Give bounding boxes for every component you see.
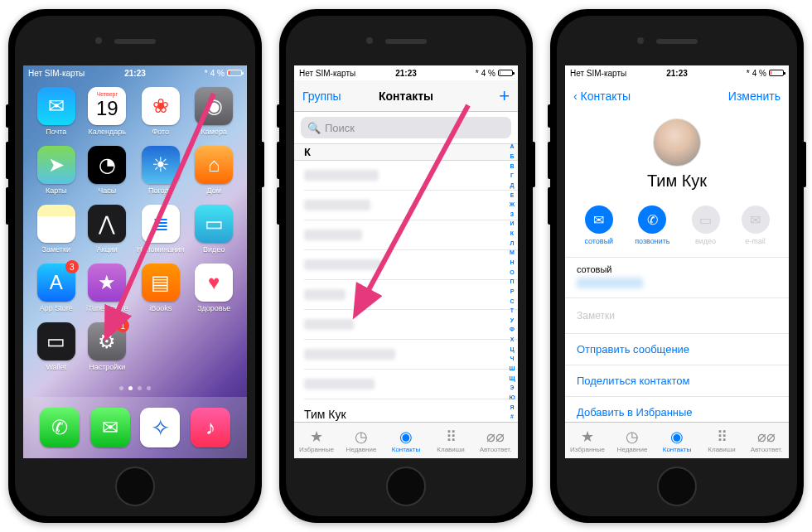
tab-keypad[interactable]: ⠿Клавиши [428, 423, 473, 458]
tab-voicemail[interactable]: ⌀⌀Автоответ. [473, 423, 518, 458]
notes-field[interactable]: Заметки [565, 298, 789, 334]
edit-button[interactable]: Изменить [728, 89, 781, 103]
dock-messages[interactable]: ✉ [90, 408, 130, 447]
index-bar[interactable]: АБВГДЕЖЗИКЛМНОПРСТУФХЦЧШЩЭЮЯ# [507, 142, 517, 422]
star-icon: ★ [310, 428, 323, 445]
app-label: iBooks [149, 304, 172, 312]
carrier-label: Нет SIM-карты [28, 69, 85, 78]
home-button[interactable] [386, 467, 426, 506]
app-camera[interactable]: ◉Камера [192, 87, 235, 136]
dock-safari[interactable]: ✧ [140, 408, 180, 447]
app-photos[interactable]: ❀Фото [137, 87, 184, 136]
share-contact-link[interactable]: Поделиться контактом [565, 365, 789, 397]
tab-favorites[interactable]: ★Избранные [565, 423, 610, 458]
send-message-link[interactable]: Отправить сообщение [565, 334, 789, 365]
voicemail-icon: ⌀⌀ [486, 428, 505, 445]
home-screen: Нет SIM-карты 21:23 * 4 % ✉ПочтаЧетверг1… [23, 65, 247, 458]
app-label: Здоровье [197, 304, 230, 312]
home-button[interactable] [657, 467, 697, 506]
video-icon: ▭ [692, 206, 720, 234]
groups-button[interactable]: Группы [302, 89, 341, 103]
app-appstore[interactable]: A3App Store [35, 264, 78, 312]
app-health[interactable]: ♥Здоровье [192, 264, 235, 312]
contact-row[interactable] [304, 191, 518, 220]
nav-title: Контакты [379, 89, 433, 103]
contact-row[interactable] [304, 280, 518, 310]
person-icon: ◉ [670, 428, 684, 445]
app-mail[interactable]: ✉Почта [35, 87, 78, 136]
page-indicator[interactable] [119, 386, 151, 390]
tab-keypad[interactable]: ⠿Клавиши [699, 423, 744, 458]
app-weather[interactable]: ☀Погода [137, 146, 184, 195]
contact-row[interactable] [304, 310, 518, 340]
app-ibooks[interactable]: ▤iBooks [137, 264, 184, 312]
tab-recents[interactable]: ◷Недавние [339, 423, 384, 458]
app-stocks[interactable]: ⋀Акции [86, 205, 129, 254]
phone-home: Нет SIM-карты 21:23 * 4 % ✉ПочтаЧетверг1… [8, 9, 262, 523]
app-label: Wallet [46, 363, 66, 371]
notes-icon [37, 205, 75, 243]
app-label: iTunes Store [86, 304, 128, 312]
contact-row[interactable] [304, 340, 518, 370]
contact-row[interactable] [304, 370, 518, 399]
dock: ✆✉✧♪ [23, 397, 247, 458]
clock-label: 21:23 [124, 69, 146, 78]
app-calendar[interactable]: Четверг19Календарь [86, 87, 129, 136]
dock-music[interactable]: ♪ [191, 408, 230, 447]
app-label: Дом [207, 186, 221, 195]
call-button[interactable]: ✆позвонить [635, 206, 669, 245]
contacts-screen: Нет SIM-карты 21:23 * 4 % Группы Контакт… [294, 65, 518, 458]
ibooks-icon: ▤ [142, 264, 180, 302]
navbar: Группы Контакты + [294, 80, 518, 112]
contact-row[interactable] [304, 250, 518, 280]
app-label: Почта [46, 128, 66, 136]
reminders-icon: ≣ [142, 205, 180, 243]
home-button[interactable] [115, 467, 155, 506]
itunes-icon: ★ [88, 264, 126, 302]
app-label: Напоминания [137, 245, 184, 254]
video-button: ▭видео [692, 206, 720, 245]
app-label: Акции [97, 245, 118, 254]
clock-icon: ◷ [355, 428, 368, 445]
badge: 1 [116, 319, 129, 332]
mail-icon: ✉ [37, 87, 75, 125]
app-wallet[interactable]: ▭Wallet [35, 322, 78, 371]
app-label: Карты [46, 186, 67, 195]
tab-favorites[interactable]: ★Избранные [294, 423, 339, 458]
phone-icon: ✆ [638, 206, 666, 234]
app-label: Видео [203, 245, 225, 254]
contact-row[interactable] [304, 220, 518, 250]
app-videos[interactable]: ▭Видео [192, 205, 235, 254]
app-label: Заметки [42, 245, 70, 254]
app-label: App Store [40, 304, 73, 312]
app-settings[interactable]: ⚙1Настройки [86, 322, 129, 371]
app-reminders[interactable]: ≣Напоминания [137, 205, 184, 254]
search-input[interactable]: 🔍 Поиск [301, 117, 511, 138]
message-button[interactable]: ✉сотовый [584, 206, 613, 245]
app-label: Погода [148, 186, 173, 195]
tab-voicemail[interactable]: ⌀⌀Автоответ. [744, 423, 789, 458]
app-itunes[interactable]: ★iTunes Store [86, 264, 129, 312]
section-header: К [294, 143, 518, 161]
app-home-app[interactable]: ⌂Дом [192, 146, 235, 195]
add-button[interactable]: + [499, 85, 510, 107]
phone-field[interactable]: сотовый [565, 258, 789, 298]
camera-icon: ◉ [195, 87, 233, 125]
app-notes[interactable]: Заметки [35, 205, 78, 254]
app-clock[interactable]: ◔Часы [86, 146, 129, 195]
clock-icon: ◷ [626, 428, 639, 445]
tab-recents[interactable]: ◷Недавние [610, 423, 655, 458]
badge: 3 [65, 260, 79, 273]
back-button[interactable]: ‹ Контакты [573, 89, 631, 103]
tabbar: ★Избранные ◷Недавние ◉Контакты ⠿Клавиши … [294, 422, 518, 458]
stocks-icon: ⋀ [88, 205, 126, 243]
avatar [653, 118, 701, 167]
app-label: Камера [201, 128, 227, 136]
card-screen: Нет SIM-карты 21:23 * 4 % ‹ Контакты Изм… [565, 65, 789, 458]
dock-phone[interactable]: ✆ [40, 408, 80, 447]
contact-row[interactable] [304, 161, 518, 191]
mail-icon: ✉ [742, 206, 770, 234]
tab-contacts[interactable]: ◉Контакты [655, 423, 699, 458]
app-maps[interactable]: ➤Карты [35, 146, 78, 195]
tab-contacts[interactable]: ◉Контакты [384, 423, 428, 458]
